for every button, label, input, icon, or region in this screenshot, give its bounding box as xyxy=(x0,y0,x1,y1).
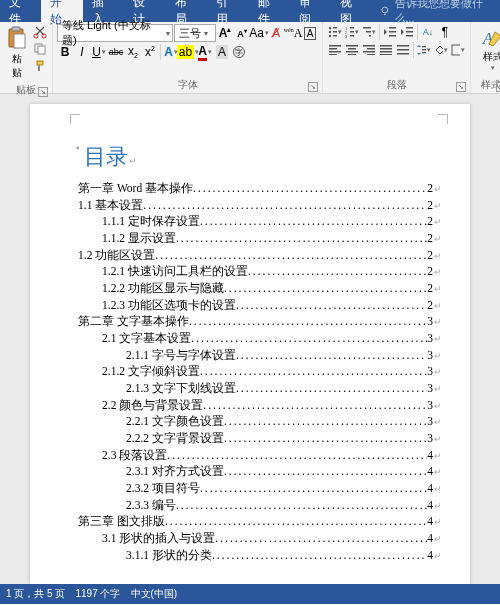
align-right-button[interactable] xyxy=(361,42,377,58)
status-lang[interactable]: 中文(中国) xyxy=(131,587,178,601)
cut-button[interactable] xyxy=(32,24,48,40)
status-page[interactable]: 1 页，共 5 页 xyxy=(6,587,65,601)
toc-page: 2↵ xyxy=(427,213,442,230)
tab-references[interactable]: 引用 xyxy=(207,0,248,22)
toc-entry[interactable]: 2.3.1 对齐方式设置............................… xyxy=(78,463,442,480)
svg-text:3: 3 xyxy=(345,34,348,38)
increase-indent-button[interactable] xyxy=(399,24,415,40)
toc-entry[interactable]: 1.2.1 快速访问工具栏的设置........................… xyxy=(78,263,442,280)
grow-font-button[interactable]: A▴ xyxy=(217,25,233,41)
superscript-button[interactable]: x2 xyxy=(142,44,158,60)
status-words[interactable]: 1197 个字 xyxy=(75,587,120,601)
change-case-button[interactable]: Aa▾ xyxy=(251,25,267,41)
styles-button[interactable]: A 样式 ▾ xyxy=(475,24,500,77)
toc-entry[interactable]: 2.3.3 编号................................… xyxy=(78,497,442,514)
toc-entry[interactable]: 2.1.1 字号与字体设置...........................… xyxy=(78,347,442,364)
decrease-indent-button[interactable] xyxy=(382,24,398,40)
toc-text: 第二章 文字基本操作 xyxy=(78,313,189,330)
justify-button[interactable] xyxy=(378,42,394,58)
toc-entry[interactable]: 1.1.1 定时保存设置............................… xyxy=(78,213,442,230)
shading-button[interactable]: ▾ xyxy=(433,42,449,58)
styles-launcher[interactable]: ↘ xyxy=(496,82,500,92)
toc-entry[interactable]: 2.1.3 文字下划线设置...........................… xyxy=(78,380,442,397)
font-size-combo[interactable]: 三号▾ xyxy=(174,24,216,42)
toc-text: 1.1 基本设置 xyxy=(78,197,143,214)
toc-page: 2↵ xyxy=(427,263,442,280)
borders-button[interactable]: ▾ xyxy=(450,42,466,58)
styles-icon: A xyxy=(481,28,500,50)
italic-button[interactable]: I xyxy=(74,44,90,60)
highlight-button[interactable]: ab▾ xyxy=(180,44,196,60)
toc-leader: ........................................… xyxy=(200,480,427,497)
toc-entry[interactable]: 2.3 段落设置................................… xyxy=(78,447,442,464)
toc-entry[interactable]: 2.3.2 项目符号..............................… xyxy=(78,480,442,497)
copy-button[interactable] xyxy=(32,41,48,57)
phonetic-guide-button[interactable]: wénA xyxy=(285,25,301,41)
toc-entry[interactable]: 2.2.2 文字背景设置............................… xyxy=(78,430,442,447)
line-spacing-button[interactable]: ▾ xyxy=(416,42,432,58)
toc-entry[interactable]: 2.1 文字基本设置..............................… xyxy=(78,330,442,347)
toc-entry[interactable]: 1.2 功能区设置...............................… xyxy=(78,247,442,264)
toc-leader: ........................................… xyxy=(224,280,427,297)
align-center-icon xyxy=(346,45,358,55)
svg-point-11 xyxy=(329,31,331,33)
underline-button[interactable]: U▾ xyxy=(91,44,107,60)
toc-leader: ........................................… xyxy=(200,213,427,230)
sort-button[interactable]: A↓ xyxy=(420,24,436,40)
toc-entry[interactable]: 1.1.2 显示设置..............................… xyxy=(78,230,442,247)
strike-button[interactable]: abc xyxy=(108,44,124,60)
paste-label: 粘贴 xyxy=(8,52,26,80)
page[interactable]: ▪目录↵ 第一章 Word 基本操作......................… xyxy=(30,104,470,584)
svg-rect-39 xyxy=(367,48,375,50)
paste-button[interactable]: 粘贴 xyxy=(4,24,30,82)
format-painter-button[interactable] xyxy=(32,58,48,74)
toc-entry[interactable]: 2.1.2 文字倾斜设置............................… xyxy=(78,363,442,380)
clipboard-launcher[interactable]: ↘ xyxy=(38,87,48,97)
char-shading-button[interactable]: A xyxy=(214,44,230,60)
toc-entry[interactable]: 第三章 图文排版................................… xyxy=(78,513,442,530)
tab-view[interactable]: 视图 xyxy=(331,0,372,22)
font-name-combo[interactable]: 等线 Light (中文标题)▾ xyxy=(57,24,173,42)
subscript-button[interactable]: x2 xyxy=(125,44,141,60)
sub-icon: x2 xyxy=(128,44,138,59)
toc-entry[interactable]: 1.2.2 功能区显示与隐藏..........................… xyxy=(78,280,442,297)
show-marks-button[interactable]: ¶ xyxy=(437,24,453,40)
paragraph-launcher[interactable]: ↘ xyxy=(456,82,466,92)
toc-entry[interactable]: 2.2.1 文字颜色设置............................… xyxy=(78,413,442,430)
font-color-button[interactable]: A▾ xyxy=(197,44,213,60)
align-center-button[interactable] xyxy=(344,42,360,58)
numbering-button[interactable]: 123▾ xyxy=(344,24,360,40)
svg-rect-8 xyxy=(37,61,43,65)
toc-text: 1.2.2 功能区显示与隐藏 xyxy=(102,280,224,297)
bullets-button[interactable]: ▾ xyxy=(327,24,343,40)
tab-review[interactable]: 审阅 xyxy=(290,0,331,22)
toc-entry[interactable]: 1.1 基本设置................................… xyxy=(78,197,442,214)
char-border-button[interactable]: A xyxy=(302,25,318,41)
toc-entry[interactable]: 3.1.1 形状的分类.............................… xyxy=(78,547,442,564)
toc-page: 4↵ xyxy=(427,547,442,564)
toc-entry[interactable]: 第二章 文字基本操作..............................… xyxy=(78,313,442,330)
toc-title: ▪目录↵ xyxy=(76,142,442,172)
tab-file[interactable]: 文件 xyxy=(0,0,41,22)
shading-icon: A xyxy=(216,45,228,59)
multilevel-button[interactable]: ▾ xyxy=(361,24,377,40)
bold-button[interactable]: B xyxy=(57,44,73,60)
toc-entry[interactable]: 1.2.3 功能区选项卡的设置.........................… xyxy=(78,297,442,314)
toc-entry[interactable]: 3.1 形状的插入与设置............................… xyxy=(78,530,442,547)
toc-entry[interactable]: 第一章 Word 基本操作...........................… xyxy=(78,180,442,197)
margin-mark xyxy=(438,114,448,124)
tell-me[interactable]: 告诉我您想要做什么... xyxy=(379,0,500,22)
tab-layout[interactable]: 布局 xyxy=(166,0,207,22)
toc-entry[interactable]: 2.2 颜色与背景设置.............................… xyxy=(78,397,442,414)
divider xyxy=(160,44,161,60)
font-launcher[interactable]: ↘ xyxy=(308,82,318,92)
toc-text: 2.2 颜色与背景设置 xyxy=(102,397,203,414)
numbering-icon: 123 xyxy=(345,26,354,38)
distributed-button[interactable] xyxy=(395,42,411,58)
toc-page: 2↵ xyxy=(427,297,442,314)
clear-format-button[interactable]: A̸ xyxy=(268,25,284,41)
align-left-button[interactable] xyxy=(327,42,343,58)
tab-mailings[interactable]: 邮件 xyxy=(249,0,290,22)
enclose-char-button[interactable]: 字 xyxy=(231,44,247,60)
shrink-font-button[interactable]: A▾ xyxy=(234,25,250,41)
